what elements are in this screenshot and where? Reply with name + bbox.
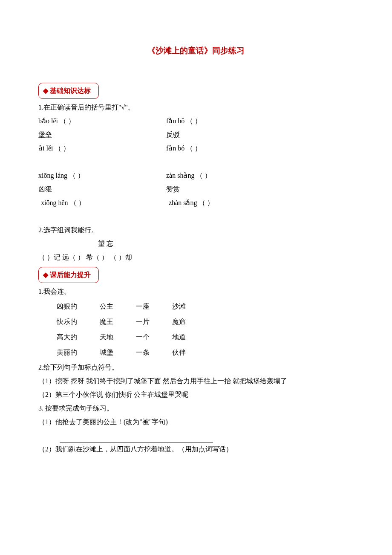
q1-prompt: 1.在正确读音后的括号里打"√"。 bbox=[38, 101, 354, 114]
q1-row-hz1: 堡垒 反驳 bbox=[38, 128, 354, 142]
table-row: 美丽的 城堡 一条 伙伴 bbox=[56, 345, 207, 360]
q1-item4-hz: 赞赏 bbox=[166, 182, 294, 196]
cell: 快乐的 bbox=[56, 315, 98, 329]
q1-row-hz2: 凶狠 赞赏 bbox=[38, 182, 354, 196]
q1-row4: xiōng hěn （ ） zhàn sǎng （ ） bbox=[38, 196, 354, 210]
q1-item1-py2: ǎi lěi （ ） bbox=[38, 142, 166, 155]
cell: 一座 bbox=[135, 299, 171, 314]
q1-item2-hz: 反驳 bbox=[166, 128, 294, 142]
cell: 地道 bbox=[172, 330, 207, 344]
cell: 高大的 bbox=[56, 330, 98, 344]
q1-item1-py1: bǎo lěi （ ） bbox=[38, 114, 166, 128]
diamond-icon: ◆ bbox=[43, 87, 48, 94]
cell: 一条 bbox=[135, 345, 171, 360]
p3-s1: （1）他抢去了美丽的公主！(改为"被"字句) bbox=[38, 415, 354, 429]
table-row: 快乐的 魔王 一片 魔窟 bbox=[56, 315, 207, 329]
section-tag-label: 基础知识达标 bbox=[50, 87, 91, 94]
answer-blank[interactable] bbox=[60, 434, 213, 442]
q1-item4-py1: zàn shǎng （ ） bbox=[166, 169, 294, 182]
q1-row2: ǎi lěi （ ） fǎn bó （ ） bbox=[38, 142, 354, 155]
diamond-icon: ◆ bbox=[43, 271, 48, 278]
section-tag-label: 课后能力提升 bbox=[50, 271, 91, 278]
worksheet-page: 《沙滩上的童话》同步练习 ◆基础知识达标 1.在正确读音后的括号里打"√"。 b… bbox=[0, 0, 392, 555]
q1-row1: bǎo lěi （ ） fǎn bō （ ） bbox=[38, 114, 354, 128]
q1-row3: xiōng láng （ ） zàn shǎng （ ） bbox=[38, 169, 354, 182]
matching-table: 凶狠的 公主 一座 沙滩 快乐的 魔王 一片 魔窟 高大的 天地 一个 地道 美… bbox=[55, 298, 208, 361]
q1-item1-hz: 堡垒 bbox=[38, 128, 166, 142]
cell: 魔窟 bbox=[172, 315, 207, 329]
section-tag-advanced: ◆课后能力提升 bbox=[38, 267, 99, 283]
cell: 一个 bbox=[135, 330, 171, 344]
q1-item4-py2: zhàn sǎng （ ） bbox=[169, 196, 297, 210]
q1-item3-py2: xiōng hěn （ ） bbox=[41, 196, 169, 210]
cell: 伙伴 bbox=[172, 345, 207, 360]
cell: 公主 bbox=[99, 299, 135, 314]
q2-chars: 望 忘 bbox=[98, 237, 354, 251]
p1-prompt: 1.我会连。 bbox=[38, 285, 354, 298]
cell: 魔王 bbox=[99, 315, 135, 329]
page-title: 《沙滩上的童话》同步练习 bbox=[38, 43, 354, 59]
p3-answer-line bbox=[38, 429, 354, 442]
p2-prompt: 2.给下列句子加标点符号。 bbox=[38, 361, 354, 374]
q1-item2-py2: fǎn bó （ ） bbox=[166, 142, 294, 155]
cell: 城堡 bbox=[99, 345, 135, 360]
cell: 沙滩 bbox=[172, 299, 207, 314]
p3-prompt: 3. 按要求完成句子练习。 bbox=[38, 402, 354, 415]
p3-s2: （2）我们趴在沙滩上，从四面八方挖着地道。（用加点词写话） bbox=[38, 442, 354, 456]
q1-item3-py1: xiōng láng （ ） bbox=[38, 169, 166, 182]
p2-s1: （1）挖呀 挖呀 我们终于挖到了城堡下面 然后合力用手往上一抬 就把城堡给轰塌了 bbox=[38, 374, 354, 388]
cell: 天地 bbox=[99, 330, 135, 344]
q1-item2-py1: fǎn bō （ ） bbox=[166, 114, 294, 128]
cell: 凶狠的 bbox=[56, 299, 98, 314]
p2-s2: （2）第三个小伙伴说 你们快听 公主在城堡里哭呢 bbox=[38, 388, 354, 402]
table-row: 高大的 天地 一个 地道 bbox=[56, 330, 207, 344]
section-tag-basics: ◆基础知识达标 bbox=[38, 83, 99, 99]
q1-item3-hz: 凶狠 bbox=[38, 182, 166, 196]
cell: 美丽的 bbox=[56, 345, 98, 360]
table-row: 凶狠的 公主 一座 沙滩 bbox=[56, 299, 207, 314]
cell: 一片 bbox=[135, 315, 171, 329]
q2-prompt: 2.选字组词我能行。 bbox=[38, 223, 354, 237]
q2-blanks: （ ）记 远（ ） 希（ ） （ ）却 bbox=[38, 251, 354, 264]
